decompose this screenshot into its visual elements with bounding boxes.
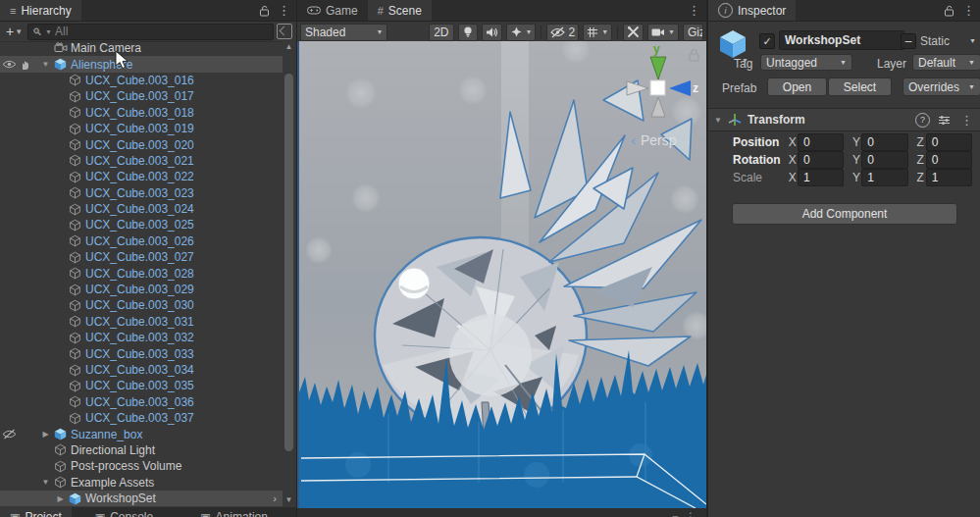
hierarchy-item[interactable]: ▶WorkshopSet› — [0, 491, 283, 506]
hierarchy-scrollbar[interactable]: ▲ ▼ — [283, 41, 295, 505]
scene-visibility-button[interactable]: 2 — [546, 24, 579, 41]
active-checkbox[interactable]: ✓ — [759, 33, 775, 49]
hierarchy-item[interactable]: UCX_Cube.003_026 — [0, 233, 283, 249]
create-object-button[interactable]: +▼ — [4, 24, 25, 39]
tab-hierarchy[interactable]: ≡ Hierarchy — [0, 0, 81, 21]
expand-arrow-icon[interactable]: ▼ — [39, 60, 52, 69]
expand-arrow-icon[interactable]: ▶ — [39, 430, 52, 439]
scene-grid-dropdown[interactable]: ▼ — [583, 24, 612, 41]
hierarchy-item[interactable]: UCX_Cube.003_036 — [0, 394, 283, 410]
presets-icon[interactable] — [938, 115, 951, 126]
gizmos-dropdown[interactable]: Gizmos — [683, 24, 703, 41]
scroll-down-icon[interactable]: ▼ — [283, 495, 295, 504]
tab-inspector[interactable]: i Inspector — [708, 0, 796, 21]
scene-picker-icon[interactable] — [277, 24, 292, 39]
white-ball-object[interactable] — [398, 268, 430, 299]
kebab-menu-icon[interactable]: ⋮ — [686, 3, 702, 18]
hierarchy-item[interactable]: UCX_Cube.003_033 — [0, 345, 283, 361]
kebab-menu-icon[interactable]: ⋮ — [958, 113, 975, 128]
bottom-tab-animation[interactable]: ▣Animation — [190, 507, 278, 517]
hierarchy-item[interactable]: ▼Example Assets — [0, 475, 283, 491]
kebab-menu-icon[interactable]: ⋮ — [960, 3, 977, 18]
hierarchy-item[interactable]: UCX_Cube.003_035 — [0, 378, 283, 393]
hierarchy-item[interactable]: UCX_Cube.003_023 — [0, 185, 283, 201]
hierarchy-item[interactable]: UCX_Cube.003_024 — [0, 201, 283, 217]
expand-arrow-icon[interactable]: ▼ — [39, 478, 52, 487]
hierarchy-item[interactable]: UCX_Cube.003_025 — [0, 217, 283, 233]
scale-x-input[interactable]: 1 — [798, 169, 844, 186]
eye-icon[interactable] — [2, 59, 17, 70]
scale-y-input[interactable]: 1 — [861, 169, 907, 186]
scene-viewport[interactable]: y z ‹ Persp — [297, 41, 706, 508]
position-y-input[interactable]: 0 — [861, 133, 907, 151]
object-icon — [67, 90, 83, 103]
help-icon[interactable]: ? — [915, 113, 930, 128]
component-tools-button[interactable] — [623, 24, 644, 41]
rotation-z-input[interactable]: 0 — [926, 151, 972, 169]
rotation-x-input[interactable]: 0 — [798, 151, 844, 169]
hierarchy-item[interactable]: UCX_Cube.003_021 — [0, 153, 283, 169]
hierarchy-item[interactable]: UCX_Cube.003_029 — [0, 282, 283, 297]
scale-z-input[interactable]: 1 — [926, 169, 972, 186]
pick-hand-icon[interactable] — [19, 59, 31, 71]
hierarchy-item[interactable]: UCX_Cube.003_018 — [0, 105, 283, 121]
hierarchy-item[interactable]: UCX_Cube.003_022 — [0, 169, 283, 184]
bottom-tab-console[interactable]: ▣Console — [85, 507, 163, 517]
bottom-tab-project[interactable]: ▣Project — [0, 507, 72, 517]
expand-arrow-icon[interactable]: ▶ — [54, 494, 67, 503]
hierarchy-item[interactable]: UCX_Cube.003_032 — [0, 330, 283, 345]
transform-header[interactable]: ▼ Transform ? ⋮ — [708, 108, 980, 131]
object-name-input[interactable]: WorkshopSet — [779, 30, 904, 50]
foldout-arrow-icon[interactable]: ▼ — [714, 116, 722, 125]
scene-camera-dropdown[interactable]: ▼ — [647, 24, 679, 41]
shading-mode-dropdown[interactable]: Shaded▼ — [300, 24, 387, 41]
hierarchy-item[interactable]: UCX_Cube.003_027 — [0, 249, 283, 265]
eye-off-icon[interactable] — [2, 429, 17, 439]
hierarchy-item[interactable]: Post-process Volume — [0, 458, 283, 474]
tag-dropdown[interactable]: Untagged▼ — [760, 54, 852, 71]
static-dropdown-icon[interactable]: ▼ — [969, 37, 976, 44]
hierarchy-item[interactable]: Directional Light — [0, 442, 283, 458]
hierarchy-panel: ≡ Hierarchy ⋮ +▼ 🔍︎▼ All Main Camera▼Ali… — [0, 0, 297, 517]
hierarchy-item-label: UCX_Cube.003_024 — [83, 202, 194, 216]
scrollbar-thumb[interactable] — [284, 74, 293, 451]
hierarchy-item[interactable]: UCX_Cube.003_030 — [0, 297, 283, 313]
add-component-button[interactable]: Add Component — [732, 203, 957, 225]
scene-lighting-button[interactable] — [458, 24, 478, 41]
hierarchy-item[interactable]: Main Camera — [0, 40, 283, 56]
hierarchy-item[interactable]: UCX_Cube.003_017 — [0, 88, 283, 104]
lock-icon[interactable] — [259, 5, 270, 17]
2d-toggle-button[interactable]: 2D — [429, 24, 453, 41]
hierarchy-item-label: UCX_Cube.003_016 — [83, 74, 194, 87]
hierarchy-item[interactable]: UCX_Cube.003_034 — [0, 362, 283, 378]
tab-scene-label: Scene — [388, 4, 422, 18]
hierarchy-item-label: UCX_Cube.003_026 — [83, 234, 194, 248]
layer-dropdown[interactable]: Default▼ — [912, 54, 980, 71]
rotation-y-input[interactable]: 0 — [861, 151, 907, 169]
tab-scene[interactable]: # Scene — [368, 0, 432, 21]
hierarchy-item[interactable]: ▶Suzanne_box — [0, 426, 283, 441]
open-prefab-chevron-icon[interactable]: › — [273, 492, 283, 504]
kebab-menu-icon[interactable]: ⋮ — [276, 3, 292, 18]
hierarchy-item[interactable]: UCX_Cube.003_037 — [0, 410, 283, 426]
prefab-select-button[interactable]: Select — [828, 78, 892, 96]
scene-audio-button[interactable] — [482, 24, 502, 41]
lock-icon[interactable] — [944, 5, 954, 17]
tab-game[interactable]: Game — [297, 0, 368, 21]
hierarchy-item[interactable]: UCX_Cube.003_028 — [0, 265, 283, 281]
hierarchy-item[interactable]: UCX_Cube.003_016 — [0, 73, 283, 88]
scroll-up-icon[interactable]: ▲ — [283, 42, 295, 51]
hierarchy-item-label: UCX_Cube.003_030 — [83, 298, 194, 312]
cube-icon — [69, 332, 81, 344]
prefab-overrides-dropdown[interactable]: Overrides▼ — [903, 78, 980, 96]
hierarchy-item[interactable]: UCX_Cube.003_020 — [0, 136, 283, 152]
position-x-input[interactable]: 0 — [798, 133, 844, 151]
prefab-open-button[interactable]: Open — [767, 78, 827, 96]
hierarchy-search-input[interactable]: 🔍︎▼ All — [27, 24, 274, 40]
hierarchy-item[interactable]: UCX_Cube.003_019 — [0, 121, 283, 136]
static-checkbox[interactable]: – — [901, 33, 916, 49]
scene-effects-dropdown[interactable]: ▼ — [506, 24, 537, 41]
position-z-input[interactable]: 0 — [926, 133, 972, 151]
hierarchy-item[interactable]: UCX_Cube.003_031 — [0, 314, 283, 330]
hierarchy-item[interactable]: ▼Aliensphere — [0, 56, 283, 72]
